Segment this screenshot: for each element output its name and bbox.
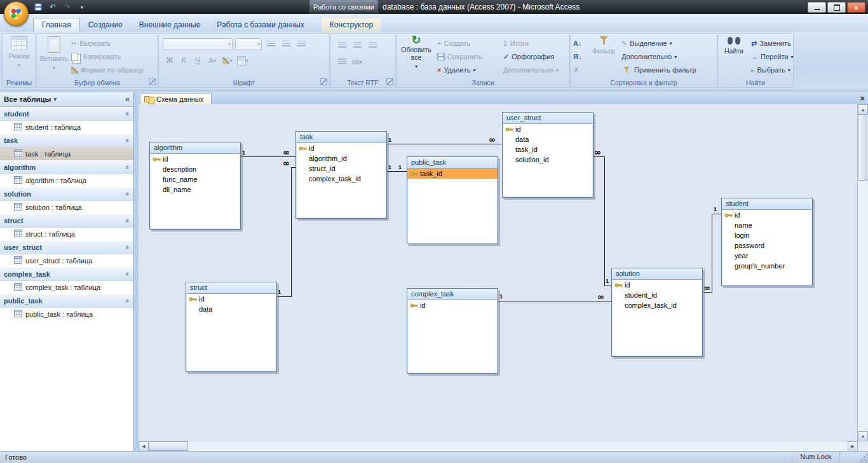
align-right-button[interactable] bbox=[295, 38, 308, 50]
nav-item-student[interactable]: student : таблица bbox=[0, 121, 133, 134]
nav-group-student[interactable]: student« bbox=[0, 107, 133, 121]
diagram-table-title[interactable]: public_task bbox=[407, 157, 498, 169]
scroll-down-button[interactable]: ▼ bbox=[858, 431, 868, 441]
nav-group-struct[interactable]: struct« bbox=[0, 214, 133, 228]
chevron-up-icon[interactable]: « bbox=[124, 165, 132, 169]
sort-descending-button[interactable]: Я↓ bbox=[573, 50, 581, 63]
font-color-button[interactable]: A▾ bbox=[206, 55, 219, 67]
qat-customize-button[interactable]: ▾ bbox=[76, 2, 88, 12]
fill-color-button[interactable]: ▾ bbox=[221, 55, 234, 67]
select-button[interactable]: ▸ Выбрать ▾ bbox=[751, 64, 790, 76]
field-id[interactable]: id bbox=[407, 300, 498, 310]
view-button[interactable]: Режим ▾ bbox=[5, 36, 33, 76]
chevron-up-icon[interactable]: « bbox=[124, 139, 132, 142]
diagram-table-task[interactable]: taskidalgorithm_idstruct_idcomplex_task_… bbox=[295, 131, 387, 219]
nav-pane-header[interactable]: Все таблицы ▾ « bbox=[0, 92, 133, 107]
nav-group-complex_task[interactable]: complex_task« bbox=[0, 267, 133, 281]
nav-item-solution[interactable]: solution : таблица bbox=[0, 201, 133, 214]
diagram-table-title[interactable]: task bbox=[296, 132, 386, 143]
find-button[interactable]: Найти bbox=[720, 36, 748, 76]
field-task_id[interactable]: task_id bbox=[503, 144, 593, 155]
relationship-line[interactable] bbox=[276, 167, 295, 296]
save-button[interactable] bbox=[32, 2, 44, 12]
field-description[interactable]: description bbox=[150, 164, 240, 174]
diagram-table-title[interactable]: complex_task bbox=[407, 289, 498, 300]
new-record-button[interactable]: + Создать bbox=[437, 37, 470, 50]
vertical-scrollbar[interactable]: ▲ ▼ bbox=[857, 104, 868, 441]
redo-button[interactable]: ↷ bbox=[61, 2, 74, 12]
collapse-nav-pane-icon[interactable]: « bbox=[125, 95, 130, 104]
dialog-launcher-icon[interactable] bbox=[320, 78, 327, 85]
field-struct_id[interactable]: struct_id bbox=[296, 163, 386, 174]
field-id[interactable]: id bbox=[150, 154, 240, 164]
diagram-table-title[interactable]: student bbox=[722, 198, 812, 210]
dialog-launcher-icon[interactable] bbox=[149, 78, 156, 85]
horizontal-scrollbar[interactable]: ◀ ▶ bbox=[139, 441, 858, 452]
resize-grip[interactable] bbox=[857, 452, 868, 463]
chevron-down-icon[interactable]: ▾ bbox=[53, 96, 57, 102]
relationship-line[interactable] bbox=[592, 156, 611, 286]
more-records-button[interactable]: Дополнительно ▾ bbox=[503, 64, 559, 76]
field-solution_id[interactable]: solution_id bbox=[503, 155, 593, 165]
field-data[interactable]: data bbox=[186, 304, 276, 314]
horizontal-scroll-thumb[interactable] bbox=[149, 441, 188, 451]
diagram-table-user_struct[interactable]: user_structiddatatask_idsolution_id bbox=[502, 112, 593, 198]
close-window-button[interactable]: × bbox=[847, 2, 865, 13]
cut-button[interactable]: ✂ Вырезать bbox=[71, 37, 111, 50]
nav-group-task[interactable]: task« bbox=[0, 134, 133, 148]
diagram-table-title[interactable]: algorithm bbox=[150, 142, 240, 154]
diagram-table-algorithm[interactable]: algorithmiddescriptionfunc_namedll_name bbox=[149, 142, 241, 230]
scroll-right-button[interactable]: ▶ bbox=[848, 441, 858, 452]
totals-button[interactable]: Σ Итоги bbox=[503, 37, 529, 50]
font-name-combobox[interactable]: ▾ bbox=[163, 38, 233, 50]
delete-record-button[interactable]: × Удалить ▾ bbox=[437, 64, 475, 76]
spelling-button[interactable]: ✓ Орфография bbox=[503, 50, 554, 63]
nav-item-public_task[interactable]: public_task : таблица bbox=[0, 308, 133, 321]
toggle-filter-button[interactable]: Применить фильтр bbox=[621, 64, 696, 76]
paste-button[interactable]: Вставить ▾ bbox=[39, 36, 69, 76]
chevron-up-icon[interactable]: « bbox=[124, 272, 132, 276]
field-task_id[interactable]: task_id bbox=[407, 169, 498, 179]
increase-indent-button[interactable] bbox=[336, 56, 348, 68]
relationships-canvas[interactable]: 1∞1∞1∞11∞11∞∞1 algorithmiddescriptionfun… bbox=[139, 104, 858, 441]
diagram-table-struct[interactable]: structiddata bbox=[186, 282, 277, 372]
field-id[interactable]: id bbox=[503, 124, 593, 134]
field-group's_number[interactable]: group's_number bbox=[722, 261, 812, 271]
align-center-button[interactable] bbox=[280, 38, 292, 50]
clear-sort-button[interactable]: ✗ bbox=[573, 64, 579, 76]
diagram-table-student[interactable]: studentidnameloginpasswordyeargroup's_nu… bbox=[721, 198, 813, 286]
font-size-combobox[interactable]: ▾ bbox=[235, 38, 262, 50]
filter-button[interactable]: Фильтр bbox=[590, 36, 618, 76]
nav-group-solution[interactable]: solution« bbox=[0, 187, 133, 201]
advanced-filter-button[interactable]: Дополнительно ▾ bbox=[621, 50, 677, 63]
nav-item-struct[interactable]: struct : таблица bbox=[0, 228, 133, 240]
italic-button[interactable]: К bbox=[178, 55, 189, 66]
ribbon-tab-2[interactable]: Внешние данные bbox=[131, 18, 209, 32]
copy-button[interactable]: Копировать bbox=[71, 50, 121, 63]
restore-button[interactable] bbox=[827, 2, 846, 13]
chevron-up-icon[interactable]: « bbox=[124, 299, 132, 303]
numbering-button[interactable] bbox=[351, 39, 363, 52]
field-dll_name[interactable]: dll_name bbox=[150, 184, 240, 195]
underline-button[interactable]: Ч bbox=[192, 55, 203, 66]
text-direction-button[interactable]: ab▾ bbox=[351, 56, 363, 68]
sort-ascending-button[interactable]: А↓ bbox=[573, 37, 581, 50]
close-document-button[interactable]: × bbox=[860, 93, 865, 104]
diagram-table-solution[interactable]: solutionidstudent_idcomplex_task_id bbox=[611, 268, 703, 357]
diagram-table-public_task[interactable]: public_tasktask_id bbox=[407, 156, 498, 244]
chevron-up-icon[interactable]: « bbox=[124, 245, 132, 249]
diagram-table-complex_task[interactable]: complex_taskid bbox=[407, 288, 498, 374]
bullets-button[interactable] bbox=[336, 39, 348, 52]
undo-button[interactable]: ↶ bbox=[46, 2, 59, 12]
format-painter-button[interactable]: Формат по образцу bbox=[71, 64, 144, 76]
field-password[interactable]: password bbox=[722, 240, 812, 251]
field-id[interactable]: id bbox=[612, 280, 702, 290]
selection-button[interactable]: ✎ Выделение ▾ bbox=[621, 37, 672, 50]
nav-group-algorithm[interactable]: algorithm« bbox=[0, 160, 133, 174]
field-complex_task_id[interactable]: complex_task_id bbox=[612, 300, 702, 310]
tab-relationships[interactable]: Схема данных bbox=[140, 93, 212, 104]
field-complex_task_id[interactable]: complex_task_id bbox=[296, 174, 386, 184]
diagram-table-title[interactable]: user_struct bbox=[503, 113, 593, 124]
decrease-indent-button[interactable] bbox=[366, 39, 379, 52]
nav-item-algorithm[interactable]: algorithm : таблица bbox=[0, 174, 133, 187]
